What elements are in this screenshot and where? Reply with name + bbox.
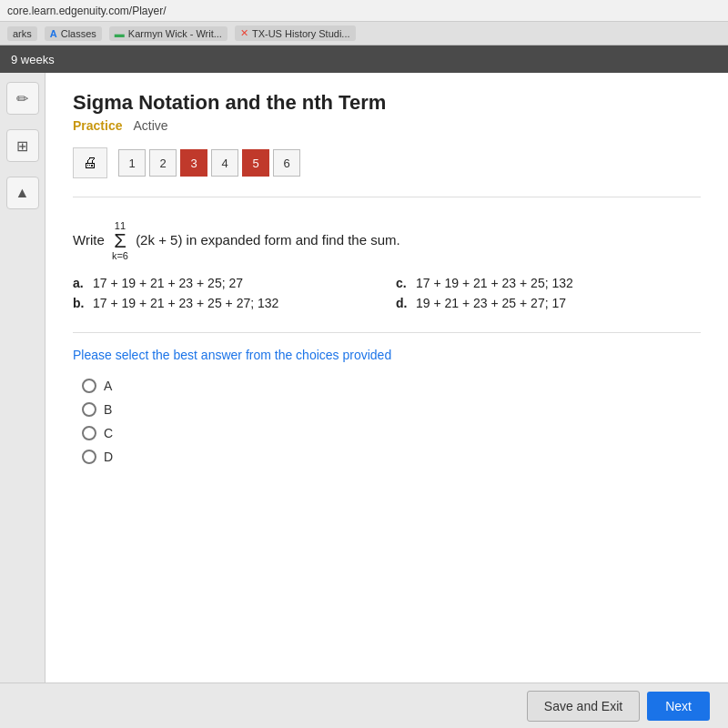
practice-label: Practice xyxy=(73,118,122,133)
divider xyxy=(73,197,701,197)
bottom-bar: Save and Exit Next xyxy=(0,682,728,728)
question-intro: Write xyxy=(73,232,105,248)
page-title: Sigma Notation and the nth Term xyxy=(73,91,701,115)
page-2[interactable]: 2 xyxy=(149,149,177,177)
radio-circle-a xyxy=(82,379,96,393)
radio-option-d[interactable]: D xyxy=(82,450,701,464)
tab-classes[interactable]: A Classes xyxy=(45,26,102,41)
radio-option-c[interactable]: C xyxy=(82,426,701,440)
page-3[interactable]: 3 xyxy=(180,149,207,177)
radio-circle-b xyxy=(82,402,96,417)
active-label: Active xyxy=(133,118,167,133)
app-container: 9 weeks ✏ ⊞ ▲ Sigma Notation and the nth… xyxy=(0,46,728,728)
browser-addressbar: core.learn.edgenuity.com/Player/ xyxy=(0,0,728,22)
radio-circle-c xyxy=(82,426,96,440)
tab-marks-label: arks xyxy=(13,28,32,39)
answer-d: d. 19 + 21 + 23 + 25 + 27; 17 xyxy=(396,296,701,310)
answer-c: c. 17 + 19 + 21 + 23 + 25; 132 xyxy=(396,276,701,290)
answer-d-text: 19 + 21 + 23 + 25 + 27; 17 xyxy=(416,296,566,310)
radio-label-c: C xyxy=(104,426,113,440)
doc-icon: ▬ xyxy=(115,28,125,39)
answer-a: a. 17 + 19 + 21 + 23 + 25; 27 xyxy=(73,276,378,290)
sigma-expr: (2k + 5) xyxy=(136,232,182,248)
next-button[interactable]: Next xyxy=(647,692,710,721)
answers-grid: a. 17 + 19 + 21 + 23 + 25; 27 c. 17 + 19… xyxy=(73,276,701,310)
top-bar: 9 weeks xyxy=(0,46,728,73)
pencil-button[interactable]: ✏ xyxy=(6,82,39,115)
weeks-label: 9 weeks xyxy=(11,53,55,66)
browser-url: core.learn.edgenuity.com/Player/ xyxy=(7,5,167,17)
classes-icon: A xyxy=(50,28,57,39)
sigma-notation: 11 Σ k=6 xyxy=(112,221,128,261)
answer-c-text: 17 + 19 + 21 + 23 + 25; 132 xyxy=(416,276,573,290)
divider2 xyxy=(73,332,701,333)
radio-circle-d xyxy=(82,450,96,464)
radio-label-d: D xyxy=(104,450,113,464)
question-area: Write 11 Σ k=6 (2k + 5) in expanded form… xyxy=(73,212,701,473)
answer-b-letter: b. xyxy=(73,296,87,310)
browser-tabs: arks A Classes ▬ Karmyn Wick - Writ... ✕… xyxy=(0,22,728,46)
page-6[interactable]: 6 xyxy=(273,149,300,177)
tab-karmyn-label: Karmyn Wick - Writ... xyxy=(128,28,222,39)
tab-karmyn[interactable]: ▬ Karmyn Wick - Writ... xyxy=(109,26,228,41)
answer-b-text: 17 + 19 + 21 + 23 + 25 + 27; 132 xyxy=(93,296,278,310)
tab-marks[interactable]: arks xyxy=(7,26,37,41)
pagination: 🖨 1 2 3 4 5 6 xyxy=(73,147,701,178)
sigma-symbol: Σ xyxy=(114,231,126,251)
question-suffix: in expanded form and find the sum. xyxy=(187,232,400,248)
main-content: Sigma Notation and the nth Term Practice… xyxy=(46,73,728,682)
tab-classes-label: Classes xyxy=(61,28,96,39)
select-prompt: Please select the best answer from the c… xyxy=(73,348,701,362)
radio-label-a: A xyxy=(104,379,112,393)
scroll-up-button[interactable]: ▲ xyxy=(6,177,39,209)
subtitle-row: Practice Active xyxy=(73,118,701,133)
page-4[interactable]: 4 xyxy=(211,149,238,177)
radio-option-b[interactable]: B xyxy=(82,402,701,417)
answer-a-letter: a. xyxy=(73,276,87,290)
answer-b: b. 17 + 19 + 21 + 23 + 25 + 27; 132 xyxy=(73,296,378,310)
sidebar: ✏ ⊞ ▲ xyxy=(0,73,46,682)
tab-txus[interactable]: ✕ TX-US History Studi... xyxy=(235,25,356,41)
answer-a-text: 17 + 19 + 21 + 23 + 25; 27 xyxy=(93,276,243,290)
answer-d-letter: d. xyxy=(396,296,410,310)
question-text: Write 11 Σ k=6 (2k + 5) in expanded form… xyxy=(73,221,701,261)
radio-option-a[interactable]: A xyxy=(82,379,701,393)
sigma-bottom: k=6 xyxy=(112,251,128,261)
calculator-button[interactable]: ⊞ xyxy=(6,129,39,162)
content-area: ✏ ⊞ ▲ Sigma Notation and the nth Term Pr… xyxy=(0,73,728,682)
page-1[interactable]: 1 xyxy=(118,149,146,177)
print-button[interactable]: 🖨 xyxy=(73,147,107,178)
answer-c-letter: c. xyxy=(396,276,410,290)
page-5[interactable]: 5 xyxy=(242,149,269,177)
radio-label-b: B xyxy=(104,402,112,417)
radio-options: A B C D xyxy=(82,379,701,464)
save-exit-button[interactable]: Save and Exit xyxy=(527,691,640,722)
x-icon: ✕ xyxy=(240,27,248,39)
tab-txus-label: TX-US History Studi... xyxy=(252,28,350,39)
